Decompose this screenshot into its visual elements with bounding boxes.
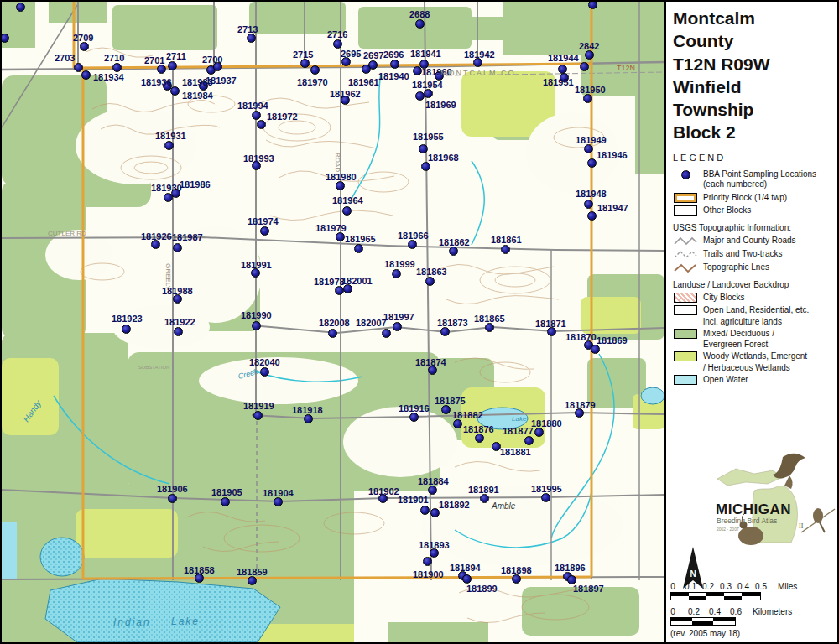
bba-point-dot[interactable] xyxy=(252,111,261,120)
bba-point-dot[interactable] xyxy=(336,232,345,242)
legend-label: BBA Point Sampling Locations xyxy=(703,169,816,179)
bba-point-dot[interactable] xyxy=(567,575,576,584)
bba-point-label: 181955 xyxy=(413,132,444,142)
bba-point-dot[interactable] xyxy=(300,59,310,68)
bba-point-dot[interactable] xyxy=(213,62,222,71)
bba-point-dot[interactable] xyxy=(415,91,425,101)
bba-point-dot[interactable] xyxy=(122,325,131,334)
bba-point-dot[interactable] xyxy=(475,434,484,443)
bba-point-dot[interactable] xyxy=(333,39,342,49)
north-label: N xyxy=(690,569,696,579)
bba-point-label: 2713 xyxy=(237,24,258,34)
bba-point-label: 181893 xyxy=(419,540,450,550)
bba-point-dot[interactable] xyxy=(501,245,510,254)
bba-point-label: 181993 xyxy=(243,153,274,164)
bba-point-dot[interactable] xyxy=(260,226,269,236)
bba-point-dot[interactable] xyxy=(390,60,399,69)
bba-point-dot[interactable] xyxy=(304,414,313,423)
bba-point-dot[interactable] xyxy=(252,321,261,330)
tick-label: 0.5 xyxy=(755,582,767,591)
bba-point-dot[interactable] xyxy=(174,327,183,336)
bba-point-dot[interactable] xyxy=(441,405,451,414)
bba-point-dot[interactable] xyxy=(274,497,283,506)
michigan-up-shape xyxy=(717,469,783,486)
bba-point-dot[interactable] xyxy=(428,486,437,495)
bba-point-dot[interactable] xyxy=(164,141,174,150)
bba-point-dot[interactable] xyxy=(170,86,180,96)
bba-point-dot[interactable] xyxy=(260,367,269,377)
bba-point-dot[interactable] xyxy=(512,574,521,584)
bba-point-dot[interactable] xyxy=(157,65,166,74)
bba-point-dot[interactable] xyxy=(382,329,391,338)
bba-point-dot[interactable] xyxy=(424,89,433,98)
bba-point-dot[interactable] xyxy=(587,211,597,221)
bba-point-dot[interactable] xyxy=(462,574,472,584)
bba-point-dot[interactable] xyxy=(423,557,432,566)
bba-point-dot[interactable] xyxy=(393,322,402,331)
sparrow-icon xyxy=(813,508,823,523)
bba-point-dot[interactable] xyxy=(453,419,462,428)
bba-point-dot[interactable] xyxy=(413,66,422,75)
bba-point-dot[interactable] xyxy=(171,189,180,198)
bba-point-dot[interactable] xyxy=(248,576,257,585)
bba-point-dot[interactable] xyxy=(449,247,458,256)
bba-point-dot[interactable] xyxy=(392,269,401,278)
bba-point-dot[interactable] xyxy=(328,329,337,338)
bba-point-dot[interactable] xyxy=(173,243,182,252)
legend-heading: LEGEND xyxy=(673,153,837,163)
bba-point-dot[interactable] xyxy=(342,206,352,216)
bba-point-label: 181999 xyxy=(384,259,415,269)
bba-point-dot[interactable] xyxy=(440,327,450,336)
bba-point-dot[interactable] xyxy=(336,181,345,190)
bba-point-dot[interactable] xyxy=(80,42,89,51)
bba-point-dot[interactable] xyxy=(221,497,230,506)
bba-point-dot[interactable] xyxy=(591,345,600,354)
bba-point-dot[interactable] xyxy=(354,244,363,253)
bba-point-dot[interactable] xyxy=(74,63,83,72)
bba-point-dot[interactable] xyxy=(588,2,597,9)
bba-point-dot[interactable] xyxy=(420,506,430,515)
bba-point-dot[interactable] xyxy=(583,94,592,103)
title-line: Montcalm xyxy=(673,7,837,29)
bba-point-label: 181942 xyxy=(464,49,495,60)
bba-point-label: 181990 xyxy=(241,310,272,320)
bba-point-dot[interactable] xyxy=(408,240,417,249)
bba-point-dot[interactable] xyxy=(335,286,344,295)
bba-point-dot[interactable] xyxy=(580,62,589,71)
bba-point-dot[interactable] xyxy=(541,493,550,502)
bba-point-label: 182008 xyxy=(319,318,350,328)
bba-point-dot[interactable] xyxy=(587,158,597,168)
bba-point-dot[interactable] xyxy=(421,162,430,171)
bba-point-label: 181994 xyxy=(237,101,268,111)
bba-point-dot[interactable] xyxy=(16,3,25,12)
bba-point-dot[interactable] xyxy=(409,413,419,422)
bba-point-dot[interactable] xyxy=(524,436,534,445)
bba-point-dot[interactable] xyxy=(310,65,320,75)
bba-point-dot[interactable] xyxy=(415,19,425,29)
bba-point-dot[interactable] xyxy=(584,144,593,153)
bba-point-dot[interactable] xyxy=(485,323,494,332)
bba-point-label: 181991 xyxy=(241,260,272,270)
bba-point-dot[interactable] xyxy=(112,63,122,72)
bba-point-dot[interactable] xyxy=(419,144,428,153)
bba-point-dot[interactable] xyxy=(362,65,371,74)
legend-item-priority-block: Priority Block (1/4 twp) xyxy=(673,193,837,204)
map-pane[interactable]: 2703270927102701271127001819372713271527… xyxy=(2,2,666,642)
bba-point-dot[interactable] xyxy=(247,34,256,43)
bba-point-dot[interactable] xyxy=(534,428,544,437)
bba-point-dot[interactable] xyxy=(492,442,501,451)
bba-point-label: 181995 xyxy=(531,484,562,494)
bba-point-dot[interactable] xyxy=(168,61,177,70)
bba-point-dot[interactable] xyxy=(430,508,440,517)
bba-point-dot[interactable] xyxy=(584,200,593,209)
bba-point-label: 181947 xyxy=(597,203,628,213)
bba-point-dot[interactable] xyxy=(558,65,567,74)
bba-point-dot[interactable] xyxy=(257,120,266,129)
bba-point-dot[interactable] xyxy=(253,411,263,420)
bba-point-dot[interactable] xyxy=(81,70,91,80)
bba-point-dot[interactable] xyxy=(2,34,9,43)
bba-point-dot[interactable] xyxy=(585,50,594,60)
bba-point-dot[interactable] xyxy=(425,277,435,286)
bba-point-dot[interactable] xyxy=(168,494,177,503)
bba-point-dot[interactable] xyxy=(480,494,489,503)
